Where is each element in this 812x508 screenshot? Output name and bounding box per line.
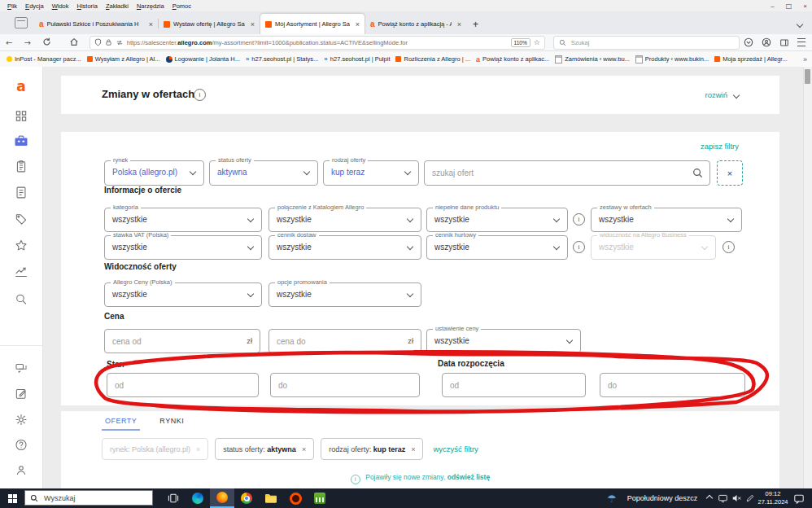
- chip-status[interactable]: status oferty: aktywna ×: [215, 438, 314, 460]
- offer-search-input[interactable]: [425, 161, 709, 185]
- assortment-icon-active[interactable]: [14, 134, 29, 152]
- invoices-icon[interactable]: [15, 186, 28, 203]
- start-button[interactable]: [0, 488, 24, 508]
- bookmark-item[interactable]: InPost - Manager pacz...: [7, 55, 81, 63]
- tab-rynki[interactable]: RYNKI: [156, 415, 187, 431]
- price-to-input[interactable]: [269, 330, 421, 353]
- firefox-icon-active[interactable]: [210, 488, 234, 508]
- bookmark-item[interactable]: Moja sprzedaż | Allegr...: [714, 55, 788, 63]
- stock-from-input[interactable]: [107, 374, 258, 396]
- tab-shelf-icon[interactable]: [15, 17, 28, 28]
- bookmark-item[interactable]: Logowanie | Jolanta H...: [166, 55, 240, 63]
- menu-widok[interactable]: Widok: [48, 2, 73, 10]
- bookmark-item[interactable]: »h27.seohost.pl | Statys...: [246, 55, 318, 63]
- tray-expand-icon[interactable]: [703, 488, 716, 508]
- messages-icon[interactable]: [15, 361, 28, 379]
- minimize-button[interactable]: –: [771, 2, 774, 10]
- title-info-icon[interactable]: i: [194, 89, 206, 101]
- browser-search-input[interactable]: [570, 38, 734, 47]
- scrollbar-thumb[interactable]: [805, 69, 810, 84]
- bookmark-item[interactable]: Zamówienia ‹ www.bu...: [555, 55, 630, 64]
- tab-wystaw-oferte[interactable]: Wystaw ofertę | Allegro Sales C ×: [159, 14, 260, 34]
- start-date-from-input[interactable]: [443, 374, 585, 396]
- incomplete-data-select[interactable]: niepełne dane produktu wszystkie: [426, 208, 568, 232]
- catalog-link-select[interactable]: połączenie z Katalogiem Allegro wszystki…: [268, 208, 421, 232]
- menu-historia[interactable]: Historia: [73, 2, 102, 10]
- favorites-star-icon[interactable]: [15, 239, 28, 256]
- close-tab-icon[interactable]: ×: [248, 20, 255, 28]
- dashboard-icon[interactable]: [15, 109, 28, 126]
- lock-icon[interactable]: [105, 38, 112, 46]
- category-select[interactable]: kategoria wszystkie: [104, 208, 262, 232]
- account-icon[interactable]: [762, 37, 771, 47]
- forward-button[interactable]: →: [18, 38, 36, 47]
- green-app-icon[interactable]: [308, 488, 332, 508]
- taskbar-search-input[interactable]: [42, 493, 147, 503]
- task-view-icon[interactable]: [161, 488, 186, 508]
- reload-button[interactable]: [37, 37, 57, 48]
- chrome-icon[interactable]: [234, 488, 259, 508]
- home-button[interactable]: [63, 37, 85, 48]
- volume-muted-icon[interactable]: [730, 488, 743, 508]
- edge-icon[interactable]: [186, 488, 210, 508]
- tab-oferty[interactable]: OFERTY: [102, 415, 140, 431]
- bookmark-item[interactable]: aPowiąż konto z aplikac...: [476, 55, 549, 64]
- menu-narzedzia[interactable]: Narzędzia: [133, 2, 168, 10]
- expand-link[interactable]: rozwiń: [705, 90, 739, 99]
- bookmark-item[interactable]: Produkty ‹ www.bukin...: [635, 55, 709, 64]
- sidebar-icon[interactable]: [779, 38, 789, 47]
- back-button[interactable]: ←: [0, 38, 18, 47]
- price-from-input[interactable]: [105, 330, 260, 353]
- price-setting-select[interactable]: ustawienie ceny wszystkie: [426, 329, 581, 353]
- chip-offer-type[interactable]: rodzaj oferty: kup teraz ×: [321, 438, 423, 460]
- tab-moj-asortyment-active[interactable]: Mój Asortyment | Allegro Sales ×: [260, 13, 365, 34]
- allegro-logo[interactable]: a: [16, 78, 25, 94]
- bookmark-item[interactable]: Rozliczenia z Allegro | ...: [395, 55, 470, 63]
- new-tab-button[interactable]: +: [473, 19, 478, 30]
- info-icon[interactable]: i: [573, 241, 585, 253]
- menu-edycja[interactable]: Edycja: [21, 2, 48, 10]
- list-all-tabs-icon[interactable]: [797, 21, 803, 28]
- wholesale-pricelist-select[interactable]: cennik hurtowy wszystkie: [426, 235, 568, 260]
- offer-type-select[interactable]: rodzaj oferty kup teraz: [323, 160, 419, 186]
- price-tag-icon[interactable]: [15, 212, 28, 230]
- menu-pomoc[interactable]: Pomoc: [168, 2, 195, 10]
- menu-zakladki[interactable]: Zakładki: [102, 2, 133, 10]
- save-filters-link[interactable]: zapisz filtry: [701, 142, 739, 151]
- allegro-prices-select[interactable]: Allegro Ceny (Polska) wszystkie: [104, 282, 262, 307]
- orange-app-icon[interactable]: [283, 488, 308, 508]
- close-tab-icon[interactable]: ×: [455, 20, 461, 28]
- weather-text[interactable]: Popołudniowy deszcz: [622, 488, 703, 508]
- maximize-button[interactable]: □: [786, 2, 792, 10]
- delivery-pricelist-select[interactable]: cennik dostaw wszystkie: [268, 235, 421, 260]
- page-scrollbar[interactable]: [803, 67, 812, 488]
- stats-chart-icon[interactable]: [15, 265, 28, 282]
- clear-search-button[interactable]: ×: [717, 160, 743, 186]
- weather-icon[interactable]: ☂: [604, 488, 620, 508]
- settings-gear-icon[interactable]: [15, 413, 28, 430]
- browser-search-box[interactable]: [553, 36, 740, 50]
- close-tab-icon[interactable]: ×: [353, 20, 360, 28]
- zoom-level-badge[interactable]: 110%: [511, 38, 530, 47]
- market-select[interactable]: rynek Polska (allegro.pl): [104, 160, 204, 186]
- menu-icon[interactable]: [797, 38, 805, 46]
- account-person-icon[interactable]: [15, 463, 28, 480]
- info-icon[interactable]: i: [723, 241, 735, 253]
- display-tray-icon[interactable]: [716, 488, 729, 508]
- container-arrows-icon[interactable]: [116, 39, 124, 46]
- url-bar[interactable]: https://salescenter. allegro.com /my-ass…: [89, 36, 545, 50]
- shield-icon[interactable]: [94, 38, 102, 46]
- bookmarks-overflow-icon[interactable]: »: [803, 55, 807, 64]
- menu-plik[interactable]: Plik: [3, 2, 21, 10]
- refresh-list-link[interactable]: odśwież listę: [447, 473, 490, 481]
- promo-options-select[interactable]: opcje promowania wszystkie: [268, 282, 421, 307]
- remove-chip-icon[interactable]: ×: [302, 445, 306, 453]
- info-icon[interactable]: i: [573, 213, 585, 226]
- help-icon[interactable]: [15, 438, 28, 455]
- tab-pulaski[interactable]: a Puławski Szkice i Poszukiwania H ×: [34, 14, 158, 34]
- bookmark-item[interactable]: Wysyłam z Allegro | Al...: [87, 55, 160, 63]
- close-tab-icon[interactable]: ×: [146, 20, 153, 28]
- taskbar-search[interactable]: [24, 490, 153, 506]
- bookmark-star-icon[interactable]: ☆: [534, 38, 540, 46]
- file-explorer-icon[interactable]: [259, 488, 283, 508]
